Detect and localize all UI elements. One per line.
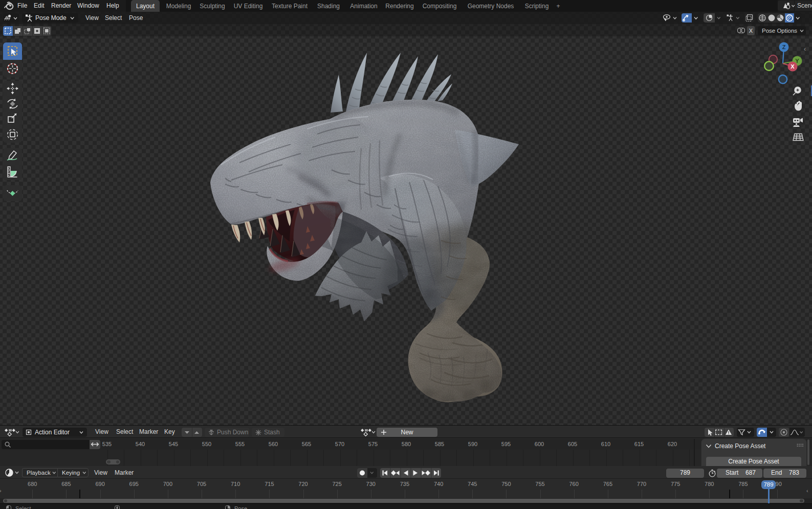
- svg-text:Z: Z: [782, 44, 786, 50]
- svg-text:X: X: [791, 63, 795, 70]
